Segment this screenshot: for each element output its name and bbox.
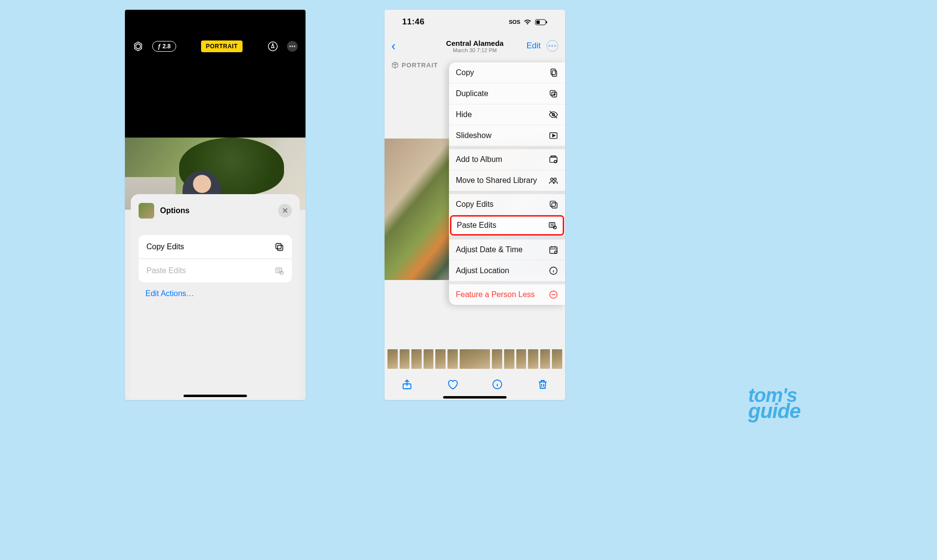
svg-point-29	[554, 178, 556, 180]
photo-filmstrip[interactable]	[385, 349, 565, 370]
options-sheet: Options ✕ Copy Edits Paste Edits Edit A	[131, 194, 300, 400]
svg-rect-26	[551, 156, 556, 158]
options-list: Copy Edits Paste Edits	[139, 235, 292, 282]
duplicate-icon	[549, 89, 558, 99]
sliders-copy-icon	[549, 200, 558, 209]
close-icon[interactable]: ✕	[278, 204, 292, 218]
home-indicator[interactable]	[443, 396, 507, 399]
svg-point-3	[289, 45, 291, 47]
menu-adjust-date[interactable]: Adjust Date & Time	[449, 240, 565, 260]
svg-rect-16	[552, 71, 557, 77]
edit-actions-link[interactable]: Edit Actions…	[131, 282, 300, 305]
nav-subtitle: March 30 7:12 PM	[446, 47, 504, 53]
svg-rect-8	[276, 268, 282, 273]
share-icon[interactable]	[401, 379, 413, 390]
markup-icon[interactable]	[267, 41, 278, 52]
svg-rect-31	[552, 203, 557, 208]
aperture-pill[interactable]: ƒ 2.8	[152, 41, 176, 52]
svg-rect-6	[276, 243, 281, 249]
more-icon[interactable]	[287, 41, 298, 52]
cube-icon	[391, 61, 399, 69]
svg-rect-36	[550, 247, 557, 253]
menu-feature-person-less[interactable]: Feature a Person Less	[449, 284, 565, 305]
row-label: Paste Edits	[146, 266, 186, 275]
sliders-paste-icon	[548, 220, 557, 230]
svg-rect-14	[546, 21, 547, 23]
nav-bar: ‹ Central Alameda March 30 7:12 PM Edit …	[385, 34, 565, 58]
sos-label: SOS	[509, 19, 520, 25]
paste-edits-row: Paste Edits	[139, 259, 292, 282]
phone-photo-detail: 11:46 SOS ‹ Central Alameda March 30 7:1…	[385, 10, 565, 400]
heart-icon[interactable]	[447, 379, 458, 390]
menu-adjust-location[interactable]: Adjust Location	[449, 260, 565, 281]
tutorial-canvas: ƒ 2.8 PORTRAIT Options ✕	[125, 0, 811, 410]
svg-marker-24	[552, 135, 555, 137]
svg-rect-25	[550, 157, 557, 162]
home-indicator[interactable]	[183, 395, 247, 397]
wifi-icon	[523, 19, 532, 25]
menu-hide[interactable]: Hide	[449, 104, 565, 125]
svg-rect-30	[550, 201, 555, 206]
back-chevron-icon[interactable]: ‹	[391, 39, 396, 54]
info-icon[interactable]	[491, 379, 503, 390]
copy-edits-row[interactable]: Copy Edits	[139, 235, 292, 259]
status-bar: 11:46 SOS	[385, 10, 565, 34]
sheet-title: Options	[160, 206, 189, 215]
svg-point-5	[294, 45, 295, 47]
menu-add-to-album[interactable]: Add to Album	[449, 149, 565, 170]
svg-rect-7	[278, 245, 283, 251]
portrait-mode-badge[interactable]: PORTRAIT	[201, 40, 243, 52]
edit-toolbar: ƒ 2.8 PORTRAIT	[125, 39, 306, 54]
nav-title: Central Alameda	[446, 39, 504, 47]
svg-point-40	[555, 251, 557, 254]
menu-copy-edits[interactable]: Copy Edits	[449, 194, 565, 215]
menu-duplicate[interactable]: Duplicate	[449, 83, 565, 104]
calendar-icon	[549, 245, 558, 255]
sheet-thumbnail	[139, 203, 154, 219]
sliders-paste-icon	[274, 266, 284, 276]
play-rect-icon	[549, 131, 558, 140]
minus-circle-icon	[549, 290, 558, 300]
filters-icon[interactable]	[133, 41, 143, 52]
info-icon	[549, 266, 558, 276]
edit-button[interactable]: Edit	[527, 41, 541, 51]
status-time: 11:46	[402, 17, 425, 27]
battery-icon	[535, 19, 548, 25]
svg-point-28	[550, 178, 553, 180]
context-menu: Copy Duplicate Hide Slideshow	[449, 62, 565, 305]
album-icon	[549, 155, 558, 164]
svg-marker-1	[136, 44, 140, 49]
sliders-copy-icon	[274, 242, 284, 252]
more-menu-button[interactable]: •••	[547, 40, 558, 52]
eye-slash-icon	[549, 110, 558, 120]
photo-edit-top-bar-area: ƒ 2.8 PORTRAIT	[125, 10, 306, 138]
people-icon	[549, 176, 558, 185]
copy-icon	[549, 68, 558, 78]
watermark-logo: tom's guide	[748, 387, 800, 420]
menu-paste-edits[interactable]: Paste Edits	[450, 215, 564, 236]
menu-slideshow[interactable]: Slideshow	[449, 125, 565, 146]
menu-copy[interactable]: Copy	[449, 62, 565, 83]
menu-move-shared-library[interactable]: Move to Shared Library	[449, 170, 565, 191]
bottom-toolbar	[385, 375, 565, 394]
svg-rect-15	[551, 69, 555, 75]
row-label: Copy Edits	[146, 242, 184, 251]
svg-rect-13	[536, 20, 540, 24]
phone-edit-screen: ƒ 2.8 PORTRAIT Options ✕	[125, 10, 306, 400]
svg-point-4	[291, 45, 293, 47]
trash-icon[interactable]	[537, 379, 549, 390]
